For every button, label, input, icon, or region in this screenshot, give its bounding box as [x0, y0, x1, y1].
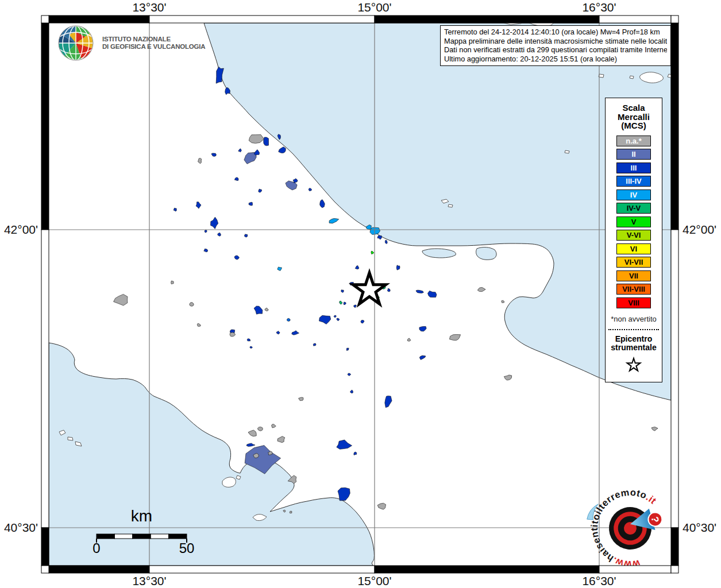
- legend-title-line1: Scala: [606, 103, 662, 113]
- map-page: www.haisentitoilterremoto.it? 13°30'13°3…: [0, 0, 721, 588]
- svg-text:?: ?: [649, 516, 661, 523]
- legend-swatch-III: III: [616, 163, 651, 173]
- lat-label-left: 42°00': [0, 223, 38, 237]
- legend-swatch-IV-V: IV-V: [616, 203, 651, 214]
- legend-swatch-III-IV: III-IV: [616, 176, 651, 187]
- locality-na: [190, 303, 194, 306]
- legend-swatch-VII-VIII: VII-VIII: [616, 284, 651, 295]
- epicenter-star-icon: [625, 357, 642, 374]
- legend-swatch-VII: VII: [616, 270, 651, 281]
- ingv-org-line1: ISTITUTO NAZIONALE: [102, 36, 205, 44]
- island: [448, 204, 453, 207]
- island: [630, 76, 634, 79]
- legend-swatch-II: II: [616, 149, 651, 160]
- event-data-note: Dati non verificati estratti da 299 ques…: [444, 45, 667, 55]
- lon-label-top: 13°30': [132, 1, 166, 14]
- island: [68, 437, 73, 440]
- scale-bar-end: 50: [179, 540, 195, 556]
- frame-corner: [41, 566, 49, 573]
- event-updated: Ultimo aggiornamento: 20-12-2025 15:51 (…: [444, 55, 667, 64]
- locality-III: [313, 343, 316, 346]
- lon-label-top: 15°00': [357, 1, 391, 14]
- frame-corner: [671, 566, 678, 573]
- legend-swatch-VI-VII: VI-VII: [616, 257, 651, 268]
- ingv-org-line2: DI GEOFISICA E VULCANOLOGIA: [102, 43, 205, 51]
- legend-epicenter-line2: strumentale: [606, 343, 662, 353]
- locality-III: [205, 230, 207, 233]
- locality-na: [290, 511, 292, 513]
- legend-title-line3: (MCS): [606, 121, 662, 130]
- legend-swatches: n.a.*IIIIIIII-IVIVIV-VVV-VIVIVI-VIIVIIVI…: [606, 136, 662, 308]
- legend-epicenter-line1: Epicentro: [606, 335, 662, 344]
- legend-swatch-VIII: VIII: [616, 297, 651, 308]
- frame-corner: [671, 16, 678, 23]
- lon-label-bottom: 15°00': [357, 574, 391, 588]
- lagoon: [476, 247, 497, 260]
- lat-label-left: 40°30': [0, 521, 38, 535]
- lon-label-bottom: 16°30': [582, 574, 616, 588]
- lat-label-right: 42°00': [683, 223, 716, 237]
- lat-label-right: 40°30': [683, 521, 716, 535]
- locality-III: [309, 188, 311, 191]
- locality-III: [264, 137, 269, 146]
- map-layers: www.haisentitoilterremoto.it?: [49, 20, 676, 579]
- locality-III: [354, 452, 357, 455]
- locality-na: [502, 300, 504, 303]
- legend-title-line2: Mercalli: [606, 113, 662, 122]
- lon-label-top: 16°30': [582, 1, 616, 14]
- locality-III: [385, 240, 387, 243]
- ingv-branding: ISTITUTO NAZIONALE DI GEOFISICA E VULCAN…: [56, 24, 205, 62]
- event-title: Terremoto del 24-12-2014 12:40:10 (ora l…: [444, 28, 667, 37]
- legend-divider: [608, 329, 659, 330]
- legend-swatch-VI: VI: [616, 243, 651, 254]
- legend-footnote: *non avvertito: [606, 315, 662, 323]
- legend-swatch-IV: IV: [616, 189, 651, 200]
- legend-swatch-V: V: [616, 216, 651, 227]
- event-subtitle: Mappa preliminare delle intensità macros…: [444, 37, 667, 46]
- scale-bar-start: 0: [92, 540, 100, 556]
- ingv-globe-icon: [56, 24, 95, 62]
- legend-box: Scala Mercalli (MCS) n.a.*IIIIIIII-IVIVI…: [605, 98, 662, 382]
- locality-III: [247, 339, 250, 341]
- lon-label-bottom: 13°30': [132, 574, 166, 588]
- locality-III: [250, 346, 252, 348]
- locality-na: [171, 281, 174, 284]
- frame-corner: [41, 16, 49, 23]
- legend-swatch-V-VI: V-VI: [616, 230, 651, 241]
- scale-bar-unit: km: [131, 507, 152, 525]
- event-info-box: Terremoto del 24-12-2014 12:40:10 (ora l…: [440, 25, 671, 66]
- legend-swatch-na: n.a.*: [616, 136, 651, 146]
- island: [565, 150, 569, 153]
